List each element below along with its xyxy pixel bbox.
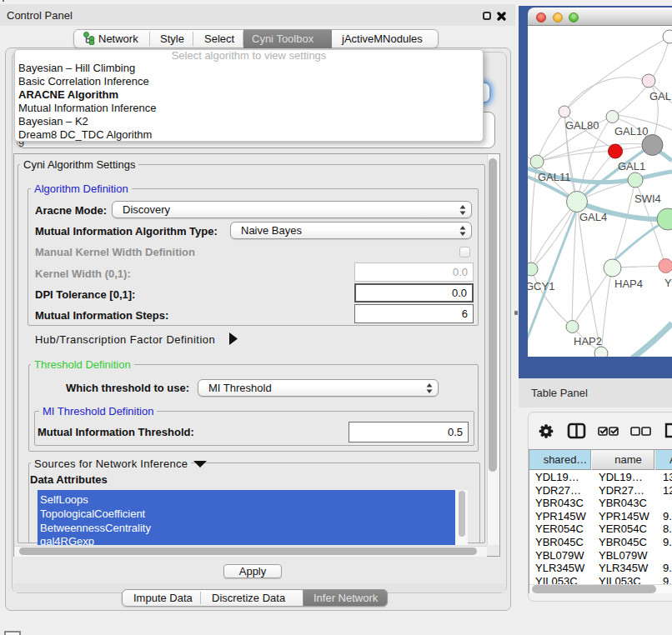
svg-text:GAL4: GAL4 (579, 211, 607, 223)
svg-text:GAL1: GAL1 (618, 160, 645, 172)
svg-text:GAL10: GAL10 (614, 125, 648, 138)
svg-text:GAL11: GAL11 (538, 171, 571, 183)
svg-text:HAP4: HAP4 (614, 278, 643, 290)
svg-text:HAP2: HAP2 (574, 335, 602, 348)
svg-text:Y: Y (664, 277, 672, 289)
svg-text:GAL: GAL (649, 90, 671, 102)
svg-text:SWI4: SWI4 (634, 192, 661, 205)
svg-text:GAL80: GAL80 (565, 119, 599, 132)
svg-text:GCY1: GCY1 (528, 280, 554, 292)
